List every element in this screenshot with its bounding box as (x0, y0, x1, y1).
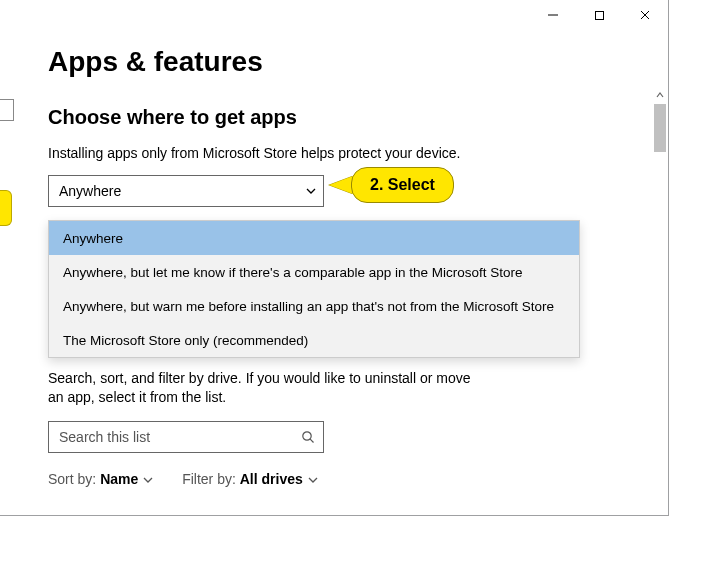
callout-label: 2. Select (351, 167, 454, 203)
section-heading: Choose where to get apps (48, 106, 640, 129)
dropdown-option[interactable]: Anywhere, but let me know if there's a c… (49, 255, 579, 289)
scrollbar-thumb[interactable] (654, 104, 666, 152)
filter-by-button[interactable]: Filter by: All drives (182, 471, 319, 487)
sort-by-button[interactable]: Sort by: Name (48, 471, 154, 487)
chevron-down-icon (307, 474, 319, 486)
svg-line-5 (310, 439, 313, 442)
dropdown-option[interactable]: Anywhere, but warn me before installing … (49, 289, 579, 323)
chevron-down-icon (305, 185, 317, 197)
svg-rect-1 (595, 11, 603, 19)
app-source-dropdown: Anywhere Anywhere, but let me know if th… (48, 220, 580, 358)
cropped-annotation-fragment (0, 190, 12, 226)
window-controls (530, 0, 668, 30)
vertical-scrollbar[interactable] (654, 88, 666, 513)
chevron-down-icon (142, 474, 154, 486)
search-icon (301, 430, 315, 444)
dropdown-option[interactable]: The Microsoft Store only (recommended) (49, 323, 579, 357)
search-placeholder: Search this list (59, 429, 150, 445)
settings-window: Apps & features Choose where to get apps… (0, 0, 669, 516)
app-list-description: Search, sort, and filter by drive. If yo… (48, 369, 488, 407)
minimize-button[interactable] (530, 0, 576, 30)
page-title: Apps & features (48, 46, 640, 78)
svg-point-4 (303, 432, 311, 440)
dropdown-option[interactable]: Anywhere (49, 221, 579, 255)
close-button[interactable] (622, 0, 668, 30)
annotation-callout: 2. Select (329, 167, 454, 203)
app-source-select[interactable]: Anywhere (48, 175, 324, 207)
callout-pointer-icon (329, 176, 353, 194)
app-source-select-value: Anywhere (59, 183, 121, 199)
scroll-up-arrow-icon[interactable] (654, 88, 666, 102)
cropped-ui-fragment (0, 99, 14, 121)
app-search-input[interactable]: Search this list (48, 421, 324, 453)
maximize-button[interactable] (576, 0, 622, 30)
section-helper-text: Installing apps only from Microsoft Stor… (48, 145, 640, 161)
